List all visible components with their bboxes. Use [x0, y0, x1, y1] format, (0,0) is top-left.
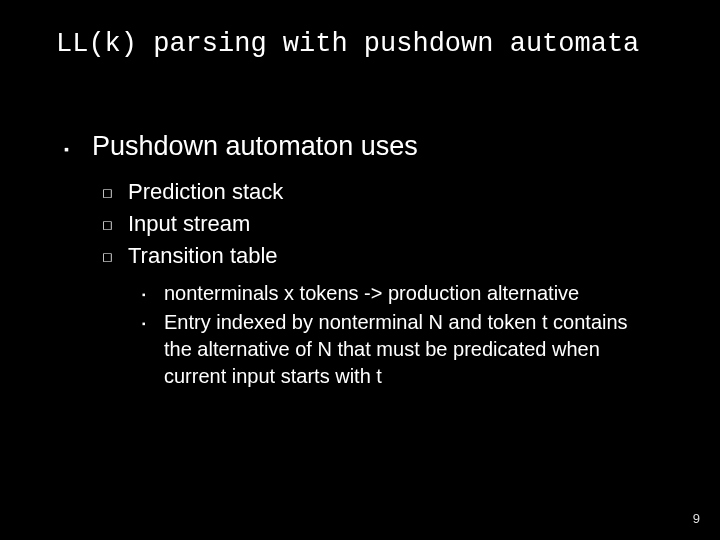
- bullet-level-2: ◻ Input stream: [102, 208, 680, 240]
- l3-text: nonterminals x tokens -> production alte…: [164, 280, 629, 307]
- hollow-square-bullet-icon: ◻: [102, 240, 128, 267]
- hollow-square-bullet-icon: ◻: [102, 208, 128, 235]
- square-bullet-icon: ▪: [64, 130, 92, 159]
- l2-text: Transition table: [128, 240, 278, 272]
- page-number: 9: [693, 511, 700, 526]
- bullet-level-3: ▪ Entry indexed by nonterminal N and tok…: [142, 309, 680, 390]
- l2-text: Prediction stack: [128, 176, 283, 208]
- bullet-level-3: ▪ nonterminals x tokens -> production al…: [142, 280, 680, 307]
- bullet-level-3-group: ▪ nonterminals x tokens -> production al…: [102, 280, 680, 390]
- l1-text: Pushdown automaton uses: [92, 130, 418, 164]
- bullet-level-2: ◻ Prediction stack: [102, 176, 680, 208]
- l2-text: Input stream: [128, 208, 250, 240]
- l3-text: Entry indexed by nonterminal N and token…: [164, 309, 680, 390]
- bullet-level-2-group: ◻ Prediction stack ◻ Input stream ◻ Tran…: [64, 176, 680, 390]
- hollow-square-bullet-icon: ◻: [102, 176, 128, 203]
- bullet-level-1: ▪ Pushdown automaton uses: [64, 130, 680, 164]
- slide-body: ▪ Pushdown automaton uses ◻ Prediction s…: [0, 60, 720, 389]
- square-bullet-icon: ▪: [142, 280, 164, 302]
- slide-title: LL(k) parsing with pushdown automata: [0, 28, 720, 60]
- bullet-level-2: ◻ Transition table: [102, 240, 680, 272]
- square-bullet-icon: ▪: [142, 309, 164, 331]
- slide: LL(k) parsing with pushdown automata ▪ P…: [0, 0, 720, 540]
